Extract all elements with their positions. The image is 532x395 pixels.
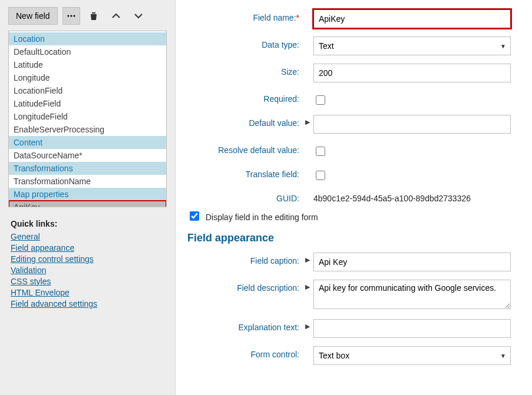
field-list-item[interactable]: Longitude: [9, 71, 166, 84]
default-value-label: Default value:: [187, 115, 305, 128]
required-label: Required:: [187, 91, 305, 104]
quick-link[interactable]: Validation: [11, 265, 167, 275]
expand-icon[interactable]: ▶: [305, 115, 313, 126]
field-list-item[interactable]: LatitudeField: [9, 97, 166, 110]
expand-icon[interactable]: ▶: [305, 280, 313, 291]
form-panel: Field name:* Data type: Text Size: Requi…: [176, 0, 532, 395]
svg-point-0: [67, 15, 69, 17]
field-list-item[interactable]: ApiKey: [9, 201, 166, 207]
field-caption-input[interactable]: [313, 253, 511, 271]
field-description-input[interactable]: Api key for communicating with Google se…: [313, 280, 511, 309]
new-field-button[interactable]: New field: [8, 7, 58, 25]
move-down-button[interactable]: [130, 7, 147, 25]
section-field-appearance: Field appearance: [187, 232, 511, 244]
quick-links-heading: Quick links:: [11, 219, 167, 228]
quick-link[interactable]: CSS styles: [11, 277, 167, 286]
explanation-text-input[interactable]: [313, 319, 511, 338]
quick-link[interactable]: Field advanced settings: [11, 299, 167, 308]
trash-icon: [89, 11, 98, 21]
field-list-item[interactable]: DataSourceName*: [9, 149, 166, 162]
size-input[interactable]: [313, 64, 511, 82]
guid-value: 4b90c1e2-594d-45a5-a100-89dbd2733326: [313, 190, 511, 203]
default-value-input[interactable]: [313, 115, 511, 134]
guid-label: GUID:: [187, 190, 305, 203]
field-list-item[interactable]: Location: [9, 32, 166, 45]
quick-link[interactable]: Editing control settings: [11, 254, 167, 264]
field-description-label: Field description:: [187, 280, 305, 293]
data-type-select[interactable]: Text: [313, 36, 511, 55]
field-list-item[interactable]: Latitude: [9, 58, 166, 71]
field-list[interactable]: LocationDefaultLocationLatitudeLongitude…: [8, 31, 167, 207]
chevron-down-icon: [134, 11, 143, 21]
move-up-button[interactable]: [107, 7, 125, 25]
resolve-default-label: Resolve default value:: [187, 142, 305, 155]
field-list-item[interactable]: DefaultLocation: [9, 45, 166, 58]
field-list-item[interactable]: TransformationName: [9, 175, 166, 188]
display-in-form-checkbox[interactable]: [190, 211, 199, 221]
sidebar: New field LocationDefaultLocationLatitud…: [0, 0, 176, 395]
field-name-input[interactable]: [313, 9, 511, 28]
more-actions-button[interactable]: [62, 7, 80, 25]
field-list-item[interactable]: LocationField: [9, 84, 166, 97]
svg-point-2: [73, 15, 75, 17]
chevron-up-icon: [111, 11, 121, 21]
field-list-item[interactable]: LongitudeField: [9, 110, 166, 123]
svg-point-1: [70, 15, 72, 17]
quick-link[interactable]: General: [11, 232, 167, 241]
field-name-label: Field name:*: [187, 9, 305, 22]
field-list-item[interactable]: Content: [9, 136, 166, 149]
field-caption-label: Field caption:: [187, 253, 305, 265]
form-control-select[interactable]: Text box: [313, 346, 511, 365]
form-control-label: Form control:: [187, 346, 305, 359]
field-list-item[interactable]: Transformations: [9, 162, 166, 175]
toolbar: New field: [8, 7, 167, 31]
ellipsis-icon: [67, 11, 76, 21]
explanation-text-label: Explanation text:: [187, 319, 305, 332]
required-checkbox[interactable]: [316, 95, 325, 105]
field-list-item[interactable]: EnableServerProcessing: [9, 123, 166, 136]
size-label: Size:: [187, 64, 305, 77]
translate-field-checkbox[interactable]: [316, 171, 325, 180]
delete-button[interactable]: [85, 7, 103, 25]
quick-link[interactable]: Field appearance: [11, 243, 167, 253]
expand-icon[interactable]: ▶: [305, 253, 313, 264]
translate-field-label: Translate field:: [187, 166, 305, 179]
field-list-item[interactable]: Map properties: [9, 188, 166, 201]
quick-links: Quick links: GeneralField appearanceEdit…: [8, 207, 167, 310]
resolve-default-checkbox[interactable]: [316, 147, 325, 156]
data-type-label: Data type:: [187, 36, 305, 49]
display-in-form-label: Display field in the editing form: [206, 213, 318, 222]
quick-link[interactable]: HTML Envelope: [11, 288, 167, 297]
expand-icon[interactable]: ▶: [305, 319, 313, 330]
